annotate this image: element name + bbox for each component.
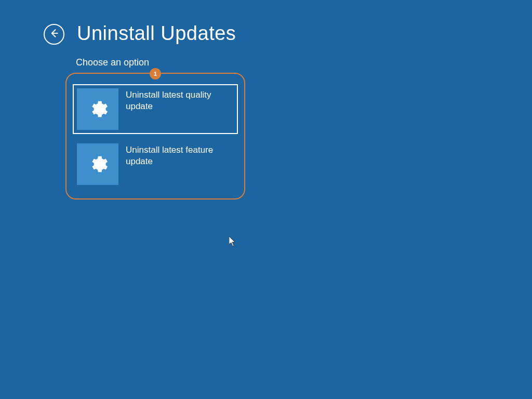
option-label: Uninstall latest quality update	[126, 88, 224, 112]
option-quality-update[interactable]: Uninstall latest quality update	[73, 84, 238, 134]
options-highlight-box: 1 Uninstall latest quality update Uninst…	[65, 73, 245, 200]
option-feature-update[interactable]: Uninstall latest feature update	[73, 139, 238, 189]
back-button[interactable]	[44, 24, 64, 45]
back-arrow-icon	[49, 28, 59, 41]
page-subtitle: Choose an option	[76, 57, 532, 68]
mouse-cursor-icon	[229, 236, 236, 247]
page-title: Uninstall Updates	[77, 22, 236, 45]
annotation-badge: 1	[150, 68, 161, 79]
gear-icon	[77, 143, 118, 185]
gear-icon	[77, 88, 118, 130]
option-label: Uninstall latest feature update	[126, 143, 224, 167]
